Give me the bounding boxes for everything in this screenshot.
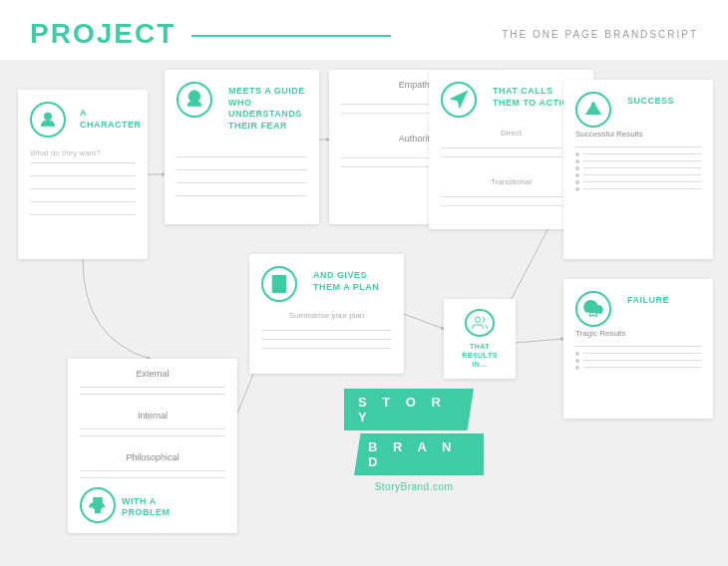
character-subtext: What do they want? [30, 148, 136, 157]
problem-icon [80, 487, 116, 523]
header-line [191, 35, 391, 37]
character-label: A CHARACTER [80, 108, 136, 131]
card-results: THAT RESULTS IN... [444, 299, 516, 379]
card-plan: AND GIVES THEM A PLAN Summarise your pla… [249, 254, 404, 374]
page-title: PROJECT [30, 18, 176, 50]
success-subtext: Successful Results [575, 130, 701, 139]
svg-point-1 [45, 113, 52, 120]
problem-internal: Internal [80, 411, 225, 421]
card-failure: FAILURE Tragic Results [563, 279, 713, 419]
failure-label: FAILURE [627, 295, 701, 307]
guide-icon [177, 82, 212, 118]
plan-label: AND GIVES THEM A PLAN [313, 270, 392, 293]
problem-philosophical: Philosophical [80, 452, 225, 462]
header-left: PROJECT [30, 18, 391, 50]
svg-point-11 [592, 103, 595, 106]
cta-transitional: Transitional [441, 177, 581, 186]
card-character: A CHARACTER What do they want? [18, 90, 148, 259]
header-subtitle: THE ONE PAGE BRANDSCRIPT [502, 29, 698, 40]
storybrand-url: StoryBrand.com [344, 481, 484, 492]
card-problem: External Internal Philosophical WITH A P… [68, 359, 237, 533]
page-container: PROJECT THE ONE PAGE BRANDSCRIPT [0, 0, 728, 566]
problem-label: WITH A PROBLEM [122, 496, 171, 519]
success-label: SUCCESS [627, 96, 701, 108]
success-icon [575, 92, 611, 128]
header: PROJECT THE ONE PAGE BRANDSCRIPT [0, 0, 728, 60]
problem-external: External [80, 369, 225, 379]
svg-point-10 [475, 317, 480, 322]
plan-subtext: Summarise your plan [261, 311, 392, 320]
svg-point-3 [188, 91, 200, 103]
failure-subtext: Tragic Results [575, 329, 701, 338]
storybrand-logo: S T O R Y B R A N D StoryBrand.com [344, 389, 484, 492]
storybrand-brand: B R A N D [354, 433, 484, 475]
card-guide: MEETS A GUIDE WHO UNDERSTANDS THEIR FEAR [165, 70, 319, 224]
failure-icon [575, 291, 611, 327]
character-icon [30, 102, 66, 138]
storybrand-story: S T O R Y [344, 389, 474, 430]
cta-icon [441, 82, 477, 118]
cta-direct: Direct [441, 129, 581, 138]
results-label: THAT RESULTS IN... [456, 342, 504, 369]
guide-label: MEETS A GUIDE WHO UNDERSTANDS THEIR FEAR [228, 86, 307, 133]
results-icon [465, 309, 495, 337]
plan-icon [261, 266, 297, 302]
card-success: SUCCESS Successful Results [563, 80, 713, 259]
svg-rect-9 [96, 509, 101, 512]
main-content: A CHARACTER What do they want? MEETS A G… [0, 60, 728, 566]
